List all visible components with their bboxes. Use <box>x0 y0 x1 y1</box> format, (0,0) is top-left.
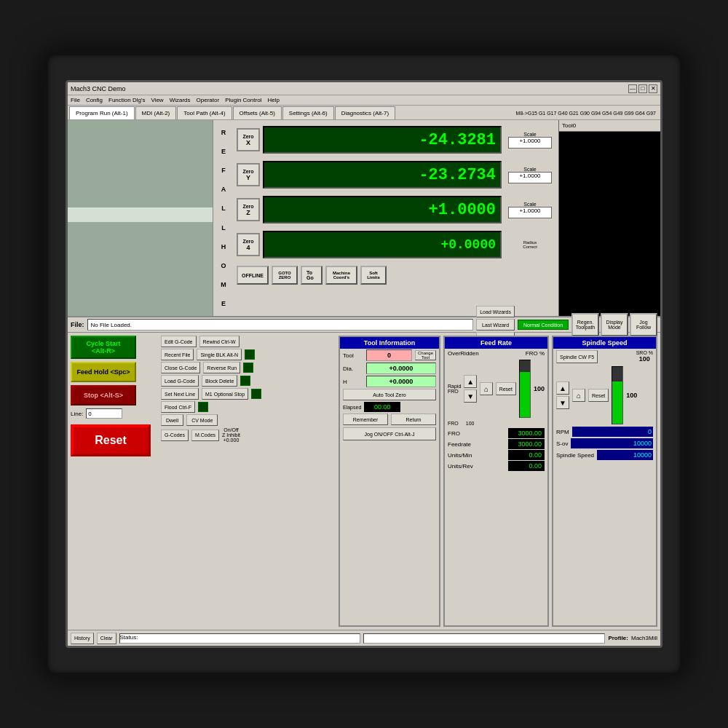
clear-button[interactable]: Clear <box>97 633 116 644</box>
ref-a: A <box>221 186 226 193</box>
reset-button[interactable]: Reset <box>71 424 151 456</box>
zero-4-button[interactable]: Zero 4 <box>237 233 260 256</box>
line-label: Line: <box>71 411 83 417</box>
line-value: 0 <box>86 408 122 419</box>
zero-x-button[interactable]: Zero X <box>237 128 260 151</box>
dwell-button[interactable]: Dwell <box>161 414 183 426</box>
spindle-speed-value: 10000 <box>597 450 653 460</box>
single-blk-indicator <box>245 349 255 360</box>
monitor-outer: Mach3 CNC Demo — □ ✕ File Config Functio… <box>44 51 684 677</box>
load-wizards-button[interactable]: Load Wizards <box>476 306 515 317</box>
flood-button[interactable]: Flood Ctrl-F <box>161 401 195 413</box>
ctrl-row-2: Recent File Single BLK Alt-N <box>161 349 336 360</box>
ref-m: M <box>221 281 226 288</box>
block-delete-button[interactable]: Block Delete <box>202 375 237 387</box>
spindle-home-button[interactable]: ⌂ <box>572 389 585 402</box>
spindle-speed-row: Spindle Speed 10000 <box>553 449 656 461</box>
ctrl-row-5: Set Next Line M1 Optional Stop <box>161 388 336 400</box>
menu-function-dlgs[interactable]: Function Dlg's <box>108 97 145 103</box>
spindle-controls: ▲ ▼ ⌂ Reset 100 <box>553 365 656 426</box>
fro-label-row: FRO 100 <box>445 419 547 427</box>
x-scale-input[interactable]: +1.0000 <box>508 137 552 149</box>
gcode-highlight-line <box>68 207 213 222</box>
to-go-button[interactable]: To Go <box>301 266 323 285</box>
cycle-start-button[interactable]: Cycle Start<Alt-R> <box>71 336 136 359</box>
remember-return-row: Remember Return <box>340 413 439 426</box>
maximize-button[interactable]: □ <box>638 84 647 93</box>
tab-settings[interactable]: Settings (Alt-6) <box>282 106 334 119</box>
soft-limits-button[interactable]: SoftLimits <box>360 266 387 285</box>
menu-operator[interactable]: Operator <box>197 97 220 103</box>
gcode-display-area <box>68 120 213 316</box>
close-button[interactable]: ✕ <box>649 84 657 93</box>
spindle-reset-button[interactable]: Reset <box>588 389 609 402</box>
y-scale: Scale +1.0000 <box>505 167 555 183</box>
close-gcode-button[interactable]: Close G-Code <box>161 362 200 373</box>
stop-button[interactable]: Stop <Alt-S> <box>71 385 136 405</box>
auto-tool-zero-button[interactable]: Auto Tool Zero <box>343 389 436 400</box>
edit-gcode-button[interactable]: Edit G-Code <box>161 336 197 347</box>
goto-zero-button[interactable]: GOTOZERO <box>272 266 298 285</box>
rewind-button[interactable]: Rewind Ctrl-W <box>199 336 240 347</box>
fro-up-button[interactable]: ▲ <box>464 375 477 388</box>
fro-reset-button[interactable]: Reset <box>496 382 516 395</box>
last-wizard-button[interactable]: Last Wizard <box>476 319 515 331</box>
load-gcode-button[interactable]: Load G-Code <box>161 375 199 387</box>
menu-view[interactable]: View <box>151 97 163 103</box>
monitor-screen: Mach3 CNC Demo — □ ✕ File Config Functio… <box>66 80 662 648</box>
cv-mode-button[interactable]: CV Mode <box>186 414 218 426</box>
remember-button[interactable]: Remember <box>343 414 388 425</box>
single-blk-button[interactable]: Single BLK Alt-N <box>197 349 242 360</box>
menu-plugin-control[interactable]: Plugin Control <box>225 97 261 103</box>
ref-l2: L <box>221 224 226 232</box>
tab-offsets[interactable]: Offsets (Alt-5) <box>233 106 282 119</box>
tab-program-run[interactable]: Program Run (Alt-1) <box>69 106 135 119</box>
spindle-cw-button[interactable]: Spindle CW F5 <box>556 350 598 363</box>
fro-down-button[interactable]: ▼ <box>464 389 477 403</box>
zero-y-button[interactable]: Zero Y <box>237 163 260 186</box>
menu-file[interactable]: File <box>71 97 80 103</box>
history-button[interactable]: History <box>71 633 94 644</box>
menu-help[interactable]: Help <box>267 97 279 103</box>
dia-value: +0.0000 <box>366 363 436 374</box>
feed-hold-button[interactable]: Feed Hold <Spc> <box>71 362 136 382</box>
zero-z-button[interactable]: Zero Z <box>237 198 260 221</box>
rpm-row: RPM 0 <box>553 426 656 438</box>
fro-home-button[interactable]: ⌂ <box>480 382 492 395</box>
z-inhibit-label: Z Inhibit <box>222 432 240 438</box>
file-path-display: No File Loaded. <box>87 319 474 331</box>
spindle-down-button[interactable]: ▼ <box>556 396 569 409</box>
return-button[interactable]: Return <box>391 414 436 425</box>
tab-mdi[interactable]: MDI (Alt-2) <box>135 106 177 119</box>
block-delete-indicator <box>240 376 250 386</box>
set-next-line-button[interactable]: Set Next Line <box>161 388 199 400</box>
offline-button[interactable]: OFFLINE <box>237 266 269 285</box>
menu-config[interactable]: Config <box>86 97 103 103</box>
tab-diagnostics[interactable]: Diagnostics (Alt-7) <box>335 106 395 119</box>
spindle-bar-section <box>612 366 623 424</box>
status-bar: History Clear Status: Profile: Mach3Mill <box>68 630 660 646</box>
machine-coords-button[interactable]: MachineCoord's <box>325 266 357 285</box>
recent-file-button[interactable]: Recent File <box>161 349 194 360</box>
tool-info-panel: Tool Information Tool 0 ChangeTool Dia. … <box>339 336 440 627</box>
z-scale-input[interactable]: +1.0000 <box>508 207 552 218</box>
m1-optional-button[interactable]: M1 Optional Stop <box>202 388 248 400</box>
ctrl-row-3: Close G-Code Reverse Run <box>161 362 336 373</box>
bottom-section: Cycle Start<Alt-R> Feed Hold <Spc> Stop … <box>68 333 660 630</box>
override-label: OverRidden <box>448 350 479 357</box>
y-scale-input[interactable]: +1.0000 <box>508 172 552 183</box>
spindle-up-button[interactable]: ▲ <box>556 381 569 395</box>
jog-on-off-button[interactable]: Jog ON/OFF Ctrl-Alt-J <box>343 427 436 440</box>
reverse-run-button[interactable]: Reverse Run <box>203 362 240 373</box>
gcodes-button[interactable]: G-Codes <box>161 430 189 441</box>
units-rev-item: Units/Rev 0.00 <box>448 461 545 471</box>
flood-indicator <box>198 402 208 412</box>
elapsed-value: 00:00 <box>364 402 400 412</box>
fro-num: 3000.00 <box>508 428 545 438</box>
tab-tool-path[interactable]: Tool Path (Alt-4) <box>177 106 232 119</box>
menu-wizards[interactable]: Wizards <box>170 97 191 103</box>
change-tool-button[interactable]: ChangeTool <box>415 350 436 360</box>
fro-val-item: FRO 3000.00 <box>448 428 545 438</box>
mcodes-button[interactable]: M.Codes <box>191 430 219 441</box>
minimize-button[interactable]: — <box>628 84 637 93</box>
